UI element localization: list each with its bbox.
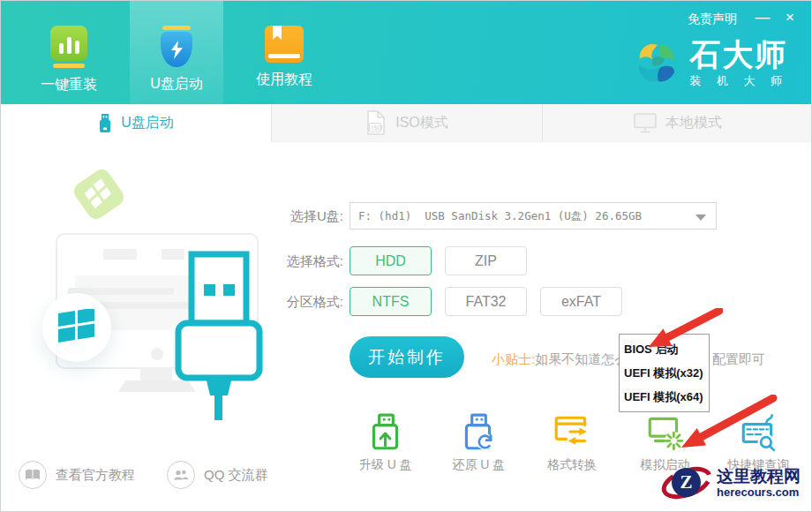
brand-swirl-icon [631,38,680,89]
toolbar-item-label: 一键重装 [41,76,97,94]
chart-icon-base [53,64,85,68]
toolbar-item-reinstall[interactable]: 一键重装 [20,1,117,104]
mode-tabs: U盘启动 ISO ISO模式 本地模式 [1,104,812,142]
partition-option-exfat[interactable]: exFAT [540,287,622,316]
chevron-down-icon [695,215,706,221]
watermark-name: 这里教程网 [717,467,801,486]
official-tutorial-link[interactable]: 查看官方教程 [19,461,135,489]
tab-usb-boot[interactable]: U盘启动 [1,104,271,142]
tab-iso-mode[interactable]: ISO ISO模式 [271,104,542,142]
tip-body-left: 如果不知道怎么 [535,351,628,366]
boot-menu-item-uefi-x64[interactable]: UEFI 模拟(x64) [620,385,709,409]
format-convert-icon [552,412,592,453]
brand-subtitle: 装 机 大 师 [689,73,788,89]
book-icon [265,26,304,63]
usb-select-value: F: (hd1) USB SanDisk 3.2Gen1 (U盘) 26.65G… [350,203,716,229]
toolbar-item-usb-boot[interactable]: U盘启动 [130,1,223,104]
usb-select-label: 选择U盘: [273,202,343,230]
close-button[interactable]: × [780,9,800,26]
disclaimer-link[interactable]: 免责声明 [688,11,737,27]
usb-select-dropdown[interactable]: F: (hd1) USB SanDisk 3.2Gen1 (U盘) 26.65G… [350,202,717,230]
tip-text-left: 小贴士:如果不知道怎么 [492,351,628,368]
format-option-hdd[interactable]: HDD [350,246,432,275]
action-upgrade-usb[interactable]: 升级 U 盘 [339,412,432,473]
people-group-icon [167,461,195,489]
iso-file-icon: ISO [365,110,387,135]
footer-link-label: 查看官方教程 [56,467,135,484]
minimize-button[interactable]: — [753,9,772,26]
book-outline-icon [19,461,47,489]
brand-logo: 石大师 装 机 大 师 [631,38,788,89]
qq-group-link[interactable]: QQ 交流群 [167,461,268,489]
usb-upgrade-icon [365,412,406,453]
toolbar-item-label: U盘启动 [150,75,203,94]
action-format-convert[interactable]: 格式转换 [525,412,619,473]
footer-link-label: QQ 交流群 [204,467,268,484]
partition-label: 分区格式: [273,287,343,316]
hotkey-query-icon [738,412,778,453]
format-option-zip[interactable]: ZIP [445,246,527,275]
start-button[interactable]: 开始制作 [350,336,464,378]
tip-text-right: 配置即可 [712,351,765,368]
watermark-domain: herecours.com [717,486,801,499]
action-label: 格式转换 [547,457,597,473]
monitor-stand-neck [140,367,172,380]
boot-menu-item-uefi-x32[interactable]: UEFI 模拟(x32) [620,361,709,385]
usb-stick-icon [98,114,112,133]
partition-option-fat32[interactable]: FAT32 [445,287,527,316]
partition-option-ntfs[interactable]: NTFS [350,287,432,316]
shield-lightning-icon [161,26,192,67]
tab-label: 本地模式 [665,114,722,132]
tab-local-mode[interactable]: 本地模式 [542,104,812,142]
tip-prefix: 小贴士: [492,351,535,366]
simulate-boot-icon [645,412,686,453]
watermark-letter: Z [672,468,701,497]
monitor-icon [634,113,657,133]
action-restore-usb[interactable]: 还原 U 盘 [432,412,526,473]
tab-label: ISO模式 [395,114,448,132]
boot-mode-menu: BIOS 启动 UEFI 模拟(x32) UEFI 模拟(x64) [619,334,710,412]
usb-plug-illustration [170,251,266,420]
watermark-logo-icon: Z [661,459,712,507]
app-window: 一键重装 U盘启动 使用教程 免责声明 — × [0,0,812,512]
windows-tile-decoration [71,166,127,222]
toolbar-item-tutorial[interactable]: 使用教程 [234,1,335,104]
windows-logo-badge [42,293,111,362]
usb-restore-icon [458,412,499,453]
site-watermark: Z 这里教程网 herecours.com [661,459,801,507]
boot-menu-item-bios[interactable]: BIOS 启动 [620,337,709,361]
format-label: 选择格式: [273,246,343,275]
action-label: 还原 U 盘 [452,457,505,473]
tab-label: U盘启动 [121,114,174,132]
action-label: 升级 U 盘 [359,457,412,473]
header-bar: 一键重装 U盘启动 使用教程 免责声明 — × [1,1,811,104]
brand-name: 石大师 [689,39,788,71]
toolbar-item-label: 使用教程 [256,71,312,89]
chart-icon [50,26,87,61]
iso-icon-text: ISO [371,124,383,131]
